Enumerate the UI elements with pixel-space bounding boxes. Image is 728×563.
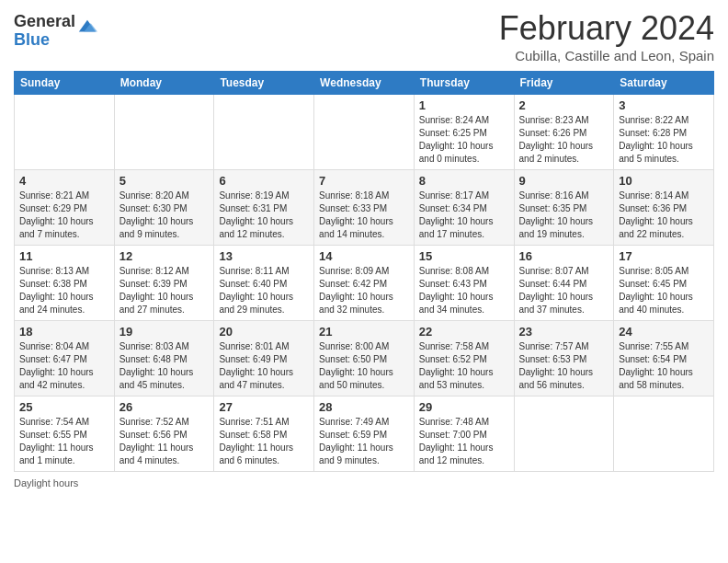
day-info: Sunrise: 8:05 AM Sunset: 6:45 PM Dayligh… — [619, 265, 709, 316]
day-info: Sunrise: 8:01 AM Sunset: 6:49 PM Dayligh… — [219, 340, 309, 392]
day-number: 26 — [119, 400, 210, 414]
calendar-cell: 28Sunrise: 7:49 AM Sunset: 6:59 PM Dayli… — [314, 396, 415, 472]
day-info: Sunrise: 8:09 AM Sunset: 6:42 PM Dayligh… — [319, 265, 409, 316]
page-header: General Blue February 2024 Cubilla, Cast… — [14, 9, 714, 63]
day-number: 17 — [619, 249, 709, 263]
day-info: Sunrise: 8:19 AM Sunset: 6:31 PM Dayligh… — [219, 190, 309, 241]
day-info: Sunrise: 8:22 AM Sunset: 6:28 PM Dayligh… — [619, 114, 709, 166]
calendar-cell: 9Sunrise: 8:16 AM Sunset: 6:35 PM Daylig… — [514, 170, 614, 246]
location-title: Cubilla, Castille and Leon, Spain — [499, 48, 714, 63]
calendar-cell: 17Sunrise: 8:05 AM Sunset: 6:45 PM Dayli… — [614, 246, 714, 321]
weekday-header-saturday: Saturday — [614, 72, 714, 95]
day-number: 13 — [219, 249, 309, 263]
calendar-footer: Daylight hours — [14, 477, 714, 488]
day-number: 5 — [119, 174, 210, 188]
day-number: 12 — [119, 249, 210, 263]
day-info: Sunrise: 7:48 AM Sunset: 7:00 PM Dayligh… — [419, 416, 509, 467]
day-info: Sunrise: 7:51 AM Sunset: 6:58 PM Dayligh… — [219, 416, 309, 467]
day-number: 9 — [519, 174, 609, 188]
day-info: Sunrise: 8:00 AM Sunset: 6:50 PM Dayligh… — [319, 340, 409, 392]
calendar-cell: 10Sunrise: 8:14 AM Sunset: 6:36 PM Dayli… — [614, 170, 714, 246]
day-info: Sunrise: 8:11 AM Sunset: 6:40 PM Dayligh… — [219, 265, 309, 316]
day-number: 14 — [319, 249, 409, 263]
day-number: 2 — [519, 98, 609, 112]
weekday-header-friday: Friday — [514, 72, 614, 95]
calendar-cell: 16Sunrise: 8:07 AM Sunset: 6:44 PM Dayli… — [514, 246, 614, 321]
calendar-cell: 14Sunrise: 8:09 AM Sunset: 6:42 PM Dayli… — [314, 246, 415, 321]
calendar-cell: 19Sunrise: 8:03 AM Sunset: 6:48 PM Dayli… — [114, 321, 214, 396]
day-info: Sunrise: 8:13 AM Sunset: 6:38 PM Dayligh… — [19, 265, 109, 316]
weekday-header-tuesday: Tuesday — [214, 72, 314, 95]
calendar-cell: 26Sunrise: 7:52 AM Sunset: 6:56 PM Dayli… — [114, 396, 214, 472]
calendar-cell: 8Sunrise: 8:17 AM Sunset: 6:34 PM Daylig… — [414, 170, 514, 246]
day-number: 25 — [19, 400, 109, 414]
day-info: Sunrise: 7:54 AM Sunset: 6:55 PM Dayligh… — [19, 416, 109, 467]
calendar-week-row: 25Sunrise: 7:54 AM Sunset: 6:55 PM Dayli… — [15, 396, 714, 472]
day-number: 3 — [619, 98, 709, 112]
day-number: 19 — [119, 325, 210, 339]
day-number: 28 — [319, 400, 409, 414]
calendar-cell: 20Sunrise: 8:01 AM Sunset: 6:49 PM Dayli… — [214, 321, 314, 396]
calendar-week-row: 1Sunrise: 8:24 AM Sunset: 6:25 PM Daylig… — [15, 95, 714, 170]
weekday-header-sunday: Sunday — [15, 72, 115, 95]
day-info: Sunrise: 8:23 AM Sunset: 6:26 PM Dayligh… — [519, 114, 609, 166]
logo: General Blue — [14, 13, 97, 50]
calendar-cell: 5Sunrise: 8:20 AM Sunset: 6:30 PM Daylig… — [114, 170, 214, 246]
day-info: Sunrise: 8:07 AM Sunset: 6:44 PM Dayligh… — [519, 265, 609, 316]
day-info: Sunrise: 8:08 AM Sunset: 6:43 PM Dayligh… — [419, 265, 509, 316]
calendar-cell: 21Sunrise: 8:00 AM Sunset: 6:50 PM Dayli… — [314, 321, 415, 396]
day-info: Sunrise: 7:55 AM Sunset: 6:54 PM Dayligh… — [619, 340, 709, 392]
calendar-cell: 18Sunrise: 8:04 AM Sunset: 6:47 PM Dayli… — [15, 321, 115, 396]
calendar-cell: 24Sunrise: 7:55 AM Sunset: 6:54 PM Dayli… — [614, 321, 714, 396]
day-info: Sunrise: 7:52 AM Sunset: 6:56 PM Dayligh… — [119, 416, 210, 467]
weekday-header-monday: Monday — [114, 72, 214, 95]
calendar-cell: 4Sunrise: 8:21 AM Sunset: 6:29 PM Daylig… — [15, 170, 115, 246]
day-number: 27 — [219, 400, 309, 414]
calendar-cell: 27Sunrise: 7:51 AM Sunset: 6:58 PM Dayli… — [214, 396, 314, 472]
calendar-cell: 22Sunrise: 7:58 AM Sunset: 6:52 PM Dayli… — [414, 321, 514, 396]
logo-general-text: General — [14, 13, 75, 31]
day-info: Sunrise: 8:16 AM Sunset: 6:35 PM Dayligh… — [519, 190, 609, 241]
day-number: 4 — [19, 174, 109, 188]
day-info: Sunrise: 8:12 AM Sunset: 6:39 PM Dayligh… — [119, 265, 210, 316]
calendar-cell — [114, 95, 214, 170]
day-info: Sunrise: 7:58 AM Sunset: 6:52 PM Dayligh… — [419, 340, 509, 392]
calendar-cell: 12Sunrise: 8:12 AM Sunset: 6:39 PM Dayli… — [114, 246, 214, 321]
calendar-cell: 1Sunrise: 8:24 AM Sunset: 6:25 PM Daylig… — [414, 95, 514, 170]
weekday-header-wednesday: Wednesday — [314, 72, 415, 95]
month-title: February 2024 — [499, 9, 714, 48]
day-number: 16 — [519, 249, 609, 263]
calendar-week-row: 18Sunrise: 8:04 AM Sunset: 6:47 PM Dayli… — [15, 321, 714, 396]
calendar-cell: 25Sunrise: 7:54 AM Sunset: 6:55 PM Dayli… — [15, 396, 115, 472]
calendar-cell: 13Sunrise: 8:11 AM Sunset: 6:40 PM Dayli… — [214, 246, 314, 321]
calendar-cell — [614, 396, 714, 472]
calendar-week-row: 4Sunrise: 8:21 AM Sunset: 6:29 PM Daylig… — [15, 170, 714, 246]
calendar-cell — [214, 95, 314, 170]
calendar-cell: 6Sunrise: 8:19 AM Sunset: 6:31 PM Daylig… — [214, 170, 314, 246]
calendar-table: SundayMondayTuesdayWednesdayThursdayFrid… — [14, 71, 714, 472]
title-section: February 2024 Cubilla, Castille and Leon… — [499, 9, 714, 63]
day-number: 15 — [419, 249, 509, 263]
weekday-header-thursday: Thursday — [414, 72, 514, 95]
calendar-cell: 2Sunrise: 8:23 AM Sunset: 6:26 PM Daylig… — [514, 95, 614, 170]
calendar-header-row: SundayMondayTuesdayWednesdayThursdayFrid… — [15, 72, 714, 95]
calendar-cell: 15Sunrise: 8:08 AM Sunset: 6:43 PM Dayli… — [414, 246, 514, 321]
logo-icon — [77, 17, 97, 37]
day-number: 8 — [419, 174, 509, 188]
calendar-cell: 11Sunrise: 8:13 AM Sunset: 6:38 PM Dayli… — [15, 246, 115, 321]
day-number: 23 — [519, 325, 609, 339]
day-info: Sunrise: 7:49 AM Sunset: 6:59 PM Dayligh… — [319, 416, 409, 467]
day-info: Sunrise: 8:14 AM Sunset: 6:36 PM Dayligh… — [619, 190, 709, 241]
calendar-week-row: 11Sunrise: 8:13 AM Sunset: 6:38 PM Dayli… — [15, 246, 714, 321]
calendar-cell: 29Sunrise: 7:48 AM Sunset: 7:00 PM Dayli… — [414, 396, 514, 472]
day-number: 11 — [19, 249, 109, 263]
calendar-cell: 23Sunrise: 7:57 AM Sunset: 6:53 PM Dayli… — [514, 321, 614, 396]
day-info: Sunrise: 8:21 AM Sunset: 6:29 PM Dayligh… — [19, 190, 109, 241]
day-info: Sunrise: 8:18 AM Sunset: 6:33 PM Dayligh… — [319, 190, 409, 241]
day-number: 29 — [419, 400, 509, 414]
day-number: 10 — [619, 174, 709, 188]
day-info: Sunrise: 8:03 AM Sunset: 6:48 PM Dayligh… — [119, 340, 210, 392]
day-number: 6 — [219, 174, 309, 188]
day-number: 22 — [419, 325, 509, 339]
day-info: Sunrise: 8:20 AM Sunset: 6:30 PM Dayligh… — [119, 190, 210, 241]
